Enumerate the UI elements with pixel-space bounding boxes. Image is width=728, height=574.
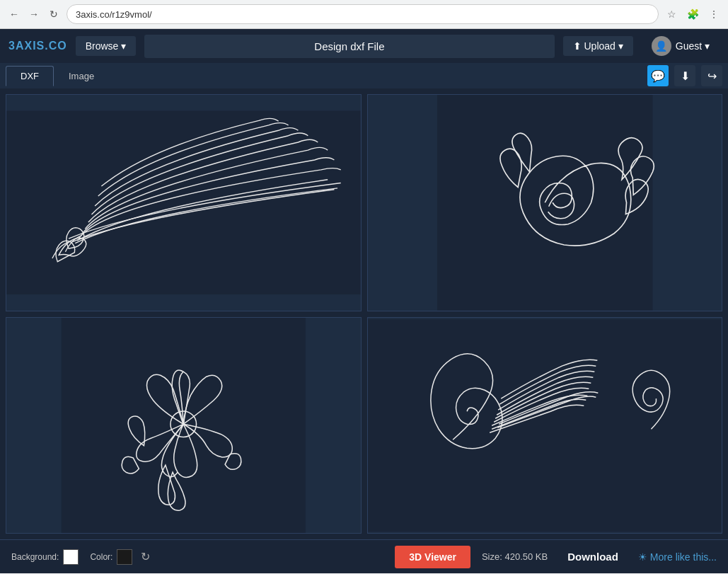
footer: Background: Color: ↻ 3D Viewer Size: 420… bbox=[0, 539, 728, 573]
viewer-3d-button[interactable]: 3D Viewer bbox=[395, 546, 470, 568]
logo-text: 3AXIS.CO bbox=[8, 40, 67, 52]
address-bar[interactable]: 3axis.co/r1z9vmol/ bbox=[67, 4, 659, 24]
browser-toolbar: ← → ↻ 3axis.co/r1z9vmol/ ☆ 🧩 ⋮ bbox=[0, 0, 728, 28]
refresh-button[interactable]: ↻ bbox=[45, 6, 62, 23]
browse-button[interactable]: Browse ▾ bbox=[76, 36, 137, 56]
background-label: Background: bbox=[11, 552, 59, 562]
svg-rect-4 bbox=[368, 319, 722, 532]
design-panel-4 bbox=[367, 317, 723, 534]
more-like-this-button[interactable]: ☀ More like this... bbox=[638, 551, 717, 563]
share-button[interactable]: ↪ bbox=[701, 65, 722, 86]
design-svg-4 bbox=[368, 318, 722, 534]
design-svg-3 bbox=[6, 318, 361, 534]
background-swatch-white[interactable] bbox=[63, 549, 79, 565]
tab-image[interactable]: Image bbox=[54, 66, 109, 86]
comment-button[interactable]: 💬 bbox=[647, 65, 669, 86]
nav-buttons: ← → ↻ bbox=[6, 6, 62, 23]
file-size-label: Size: 420.50 KB bbox=[482, 551, 548, 562]
upload-button[interactable]: ⬆ Upload ▾ bbox=[563, 36, 633, 56]
design-panel-3 bbox=[6, 317, 362, 534]
tab-dxf[interactable]: DXF bbox=[6, 66, 54, 86]
browser-actions: ☆ 🧩 ⋮ bbox=[663, 6, 722, 23]
extensions-button[interactable]: 🧩 bbox=[684, 6, 701, 23]
menu-button[interactable]: ⋮ bbox=[705, 6, 722, 23]
url-text: 3axis.co/r1z9vmol/ bbox=[76, 9, 152, 20]
more-label: More like this... bbox=[650, 551, 717, 563]
sub-header-actions: 💬 ⬇ ↪ bbox=[647, 65, 722, 86]
guest-button[interactable]: 👤 Guest ▾ bbox=[642, 32, 720, 60]
color-refresh-button[interactable]: ↻ bbox=[137, 549, 154, 566]
guest-label: Guest ▾ bbox=[676, 40, 710, 52]
more-icon: ☀ bbox=[638, 551, 647, 563]
forward-button[interactable]: → bbox=[25, 6, 42, 23]
tab-bar: DXF Image bbox=[6, 66, 109, 86]
design-svg-1 bbox=[6, 95, 361, 311]
color-label: Color: bbox=[90, 552, 112, 562]
page-title: Design dxf File bbox=[144, 35, 554, 58]
avatar: 👤 bbox=[652, 36, 671, 56]
design-svg-2 bbox=[368, 95, 722, 311]
color-section: Color: ↻ bbox=[90, 549, 154, 566]
design-panel-1 bbox=[6, 94, 362, 311]
svg-rect-0 bbox=[6, 110, 361, 294]
background-section: Background: bbox=[11, 549, 79, 565]
svg-rect-2 bbox=[62, 318, 306, 534]
app-logo: 3AXIS.CO bbox=[8, 40, 67, 52]
app-header: 3AXIS.CO Browse ▾ Design dxf File ⬆ Uplo… bbox=[0, 29, 728, 63]
sub-header: DXF Image 💬 ⬇ ↪ bbox=[0, 63, 728, 88]
color-swatch-black[interactable] bbox=[117, 549, 132, 565]
back-button[interactable]: ← bbox=[6, 6, 23, 23]
star-button[interactable]: ☆ bbox=[663, 6, 680, 23]
design-panel-2 bbox=[367, 94, 723, 311]
main-content bbox=[0, 88, 728, 539]
download-button[interactable]: Download bbox=[559, 546, 627, 567]
download-action-button[interactable]: ⬇ bbox=[674, 65, 695, 86]
browser-chrome: ← → ↻ 3axis.co/r1z9vmol/ ☆ 🧩 ⋮ bbox=[0, 0, 728, 29]
